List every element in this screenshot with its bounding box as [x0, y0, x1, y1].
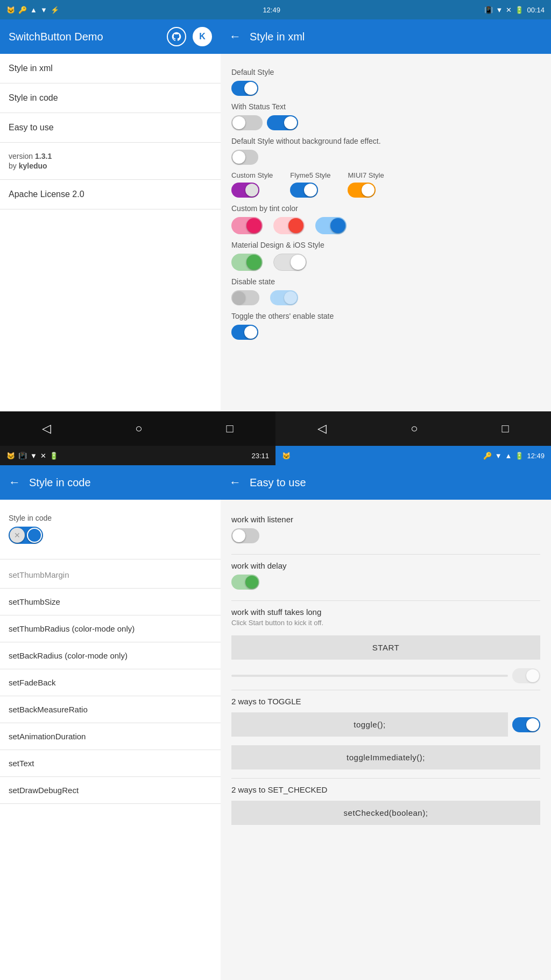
author-name: kyleduo [19, 162, 47, 170]
section-toggle-ways: 2 ways to TOGGLE [231, 697, 540, 706]
right-panel-header-top: ← Style in xml [221, 19, 551, 54]
user-icon[interactable]: K [193, 27, 212, 46]
code-item-thumbsize[interactable]: setThumbSize [0, 589, 221, 615]
set-checked-btn[interactable]: setChecked(boolean); [231, 801, 540, 825]
code-item-backmeasure[interactable]: setBackMeasureRatio [0, 696, 221, 723]
toggle-immediately-btn[interactable]: toggleImmediately(); [231, 745, 540, 769]
toggle-ios[interactable] [273, 254, 307, 271]
toggle-material[interactable] [231, 254, 263, 271]
nav-recent-icon-right[interactable]: □ [502, 422, 509, 436]
app-bar: SwitchButton Demo K [0, 19, 221, 54]
code-item-backradius[interactable]: setBackRadius (color-mode only) [0, 642, 221, 669]
right-bottom-title: Easy to use [250, 477, 306, 489]
menu-item-easy-to-use[interactable]: Easy to use [0, 113, 221, 143]
toggle-listener-wrap [231, 528, 540, 545]
toggle-btn[interactable]: toggle(); [231, 712, 508, 737]
disable-row [231, 290, 540, 305]
toggle-miui7[interactable] [348, 183, 376, 198]
toggle-tint-red[interactable] [231, 217, 263, 234]
code-item-thumbradius[interactable]: setThumbRadius (color-mode only) [0, 615, 221, 642]
toggle-default-style[interactable] [231, 81, 258, 96]
github-icon[interactable] [167, 27, 186, 46]
code-item-settext[interactable]: setText [0, 750, 221, 777]
start-button[interactable]: START [231, 635, 540, 660]
status-bar-bottom-left: 🐱 📳 ▼ ✕ 🔋 23:11 [0, 446, 276, 465]
toggle-on[interactable]: On [267, 115, 298, 130]
right-bottom-header: ← Easy to use [221, 465, 551, 500]
toggle-no-fade-wrap [231, 150, 540, 165]
app-bar-icons: K [167, 27, 212, 46]
toggle-enable-wrap [231, 325, 540, 340]
code-toggle-wrap: ✕ [9, 527, 212, 544]
progress-row [231, 668, 540, 683]
code-item-debugrect[interactable]: setDrawDebugRect [0, 777, 221, 804]
toggle-tint-blue[interactable] [315, 217, 347, 234]
toggle-default-style-wrap [231, 81, 540, 96]
wifi-right-icon: ▼ [496, 6, 503, 14]
bottom-left-icons: 🐱 📳 ▼ ✕ 🔋 [6, 452, 58, 460]
battery-icon-br: 🔋 [515, 452, 524, 460]
toggle-delay[interactable] [231, 575, 259, 590]
back-arrow-bottom-left[interactable]: ← [9, 475, 20, 489]
material-ios-row [231, 254, 540, 271]
toggle-ways-row: toggle(); [231, 710, 540, 739]
version-item: version 1.3.1 by kyleduo [0, 143, 221, 180]
nosim-icon: ✕ [506, 6, 512, 14]
right-panel-top: ← Style in xml Default Style With Status… [221, 19, 551, 411]
time-right: 00:14 [527, 6, 545, 14]
toggle-listener[interactable] [231, 528, 259, 543]
toggle-tint-orange[interactable] [273, 217, 305, 234]
section-material-ios: Material Design & iOS Style [231, 241, 540, 249]
toggle-enable[interactable] [231, 325, 258, 340]
nav-home-icon-right[interactable]: ○ [411, 422, 418, 436]
left-bottom-title: Style in code [29, 477, 91, 489]
nav-recent-icon-left[interactable]: □ [227, 422, 234, 436]
toggle-off[interactable]: Off [231, 115, 263, 130]
right-panel-title-top: Style in xml [250, 31, 305, 43]
status-bar-bottom-right: 🐱 🔑 ▼ ▲ 🔋 12:49 [276, 446, 551, 465]
toggle-custom[interactable] [231, 183, 259, 198]
code-item-fadeback[interactable]: setFadeBack [0, 669, 221, 696]
section-toggle-enable: Toggle the others' enable state [231, 312, 540, 320]
status-bar-right-icons: 📳 ▼ ✕ 🔋 00:14 [484, 6, 545, 14]
nav-back-icon-right[interactable]: ◁ [317, 422, 327, 436]
battery-charging-icon: ⚡ [51, 6, 59, 14]
section-no-fade: Default Style without background fade ef… [231, 137, 540, 145]
left-bottom-content: Style in code ✕ [0, 500, 221, 559]
toggle-flyme5[interactable] [290, 183, 318, 198]
code-item-thumbmargin[interactable]: setThumbMargin [0, 562, 221, 589]
toggle-ways-indicator[interactable] [512, 717, 540, 732]
nav-back-icon-left[interactable]: ◁ [42, 422, 51, 436]
back-arrow-top[interactable]: ← [229, 30, 241, 44]
menu-item-license[interactable]: Apache License 2.0 [0, 180, 221, 209]
right-content-top: Default Style With Status Text Off [221, 54, 551, 355]
back-arrow-bottom-right[interactable]: ← [229, 475, 241, 489]
wifi-icon: ▼ [40, 6, 47, 14]
user-icon-letter: K [199, 32, 206, 41]
menu-item-style-code[interactable]: Style in code [0, 83, 221, 113]
top-half: SwitchButton Demo K Style in xml Style i… [0, 19, 551, 411]
toggle-disabled-on [270, 290, 298, 305]
by-label: by [9, 162, 19, 170]
left-bottom-header: ← Style in code [0, 465, 221, 500]
toggle-disabled-off [231, 290, 259, 305]
toggle-stuff-long [512, 668, 540, 683]
toggle-no-fade[interactable] [231, 150, 258, 165]
flyme5-style-col: Flyme5 Style [290, 171, 330, 198]
nosim-icon-bl: ✕ [40, 452, 46, 460]
miui7-style-label: MIUI7 Style [348, 171, 384, 179]
time-bottom-left: 23:11 [251, 452, 269, 460]
divider-delay [231, 600, 540, 601]
section-delay: work with delay [231, 561, 540, 570]
wifi-icon-bl: ▼ [30, 452, 37, 460]
key-icon: 🔑 [18, 6, 27, 14]
toggle-code-style[interactable]: ✕ [9, 527, 43, 544]
tint-row [231, 217, 540, 234]
section-disable: Disable state [231, 277, 540, 286]
bottom-half: ← Style in code Style in code ✕ set [0, 465, 551, 980]
code-item-animduration[interactable]: setAnimationDuration [0, 723, 221, 750]
vibrate-icon: 📳 [484, 6, 493, 14]
nav-home-icon-left[interactable]: ○ [135, 422, 142, 436]
key-icon-br: 🔑 [483, 452, 492, 460]
menu-item-style-xml[interactable]: Style in xml [0, 54, 221, 83]
